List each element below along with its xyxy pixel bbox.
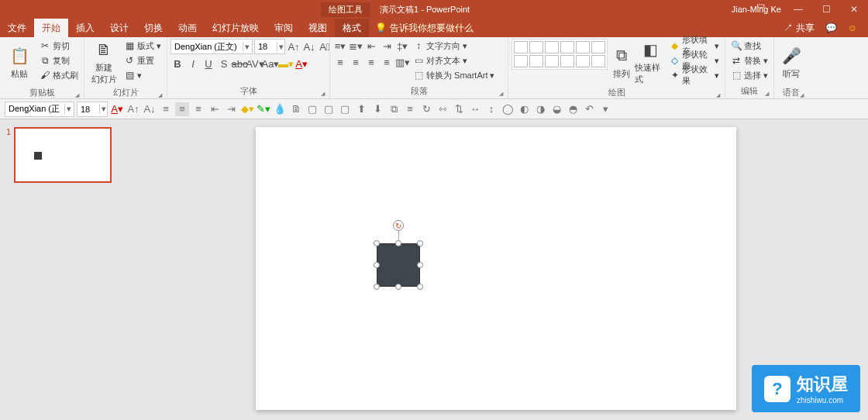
comments-icon[interactable]: 💬 xyxy=(825,22,837,33)
replace-button[interactable]: ⇄替换 ▾ xyxy=(728,53,770,67)
ribbon-display-icon[interactable]: ▭ xyxy=(756,0,784,19)
columns-button[interactable]: ▥▾ xyxy=(395,55,409,69)
section-button[interactable]: ▤▾ xyxy=(122,68,164,82)
share-button[interactable]: ↗ 共享 xyxy=(784,22,814,35)
decrease-font-icon[interactable]: A↓ xyxy=(302,40,316,53)
italic-button[interactable]: I xyxy=(186,57,200,71)
font-size-combo[interactable]: ▾ xyxy=(254,39,285,54)
thumbnail-preview[interactable] xyxy=(14,127,112,183)
numbering-button[interactable]: ≣▾ xyxy=(349,39,363,53)
strikethrough-button[interactable]: abc xyxy=(232,57,246,71)
maximize-button[interactable]: ☐ xyxy=(812,0,840,19)
align-center-button[interactable]: ≡ xyxy=(349,55,363,69)
qat-intersect[interactable]: ◒ xyxy=(549,102,563,116)
smiley-icon[interactable]: ☺ xyxy=(848,22,857,33)
qat-bring-front[interactable]: ⬆ xyxy=(354,102,368,116)
cut-button[interactable]: ✂剪切 xyxy=(37,39,81,53)
justify-button[interactable]: ≡ xyxy=(380,55,394,69)
thumbnail-item[interactable]: 1 xyxy=(6,127,118,183)
qat-indent-inc[interactable]: ⇥ xyxy=(224,102,238,116)
slide-thumbnails-pane[interactable]: 1 xyxy=(0,119,124,420)
layout-button[interactable]: ▦版式 ▾ xyxy=(122,39,164,53)
qat-box3[interactable]: ▢ xyxy=(338,102,352,116)
copy-button[interactable]: ⧉复制 xyxy=(37,53,81,67)
qat-fill[interactable]: ◆▾ xyxy=(240,102,254,116)
qat-font-color[interactable]: A▾ xyxy=(110,102,124,116)
bold-button[interactable]: B xyxy=(170,57,184,71)
change-case-button[interactable]: Aa▾ xyxy=(264,57,277,71)
tab-format[interactable]: 格式 xyxy=(335,19,369,37)
qat-new[interactable]: 🗎 xyxy=(289,102,303,116)
reset-button[interactable]: ↺重置 xyxy=(122,53,164,67)
shapes-gallery[interactable] xyxy=(512,39,608,70)
qat-box2[interactable]: ▢ xyxy=(322,102,336,116)
align-left-button[interactable]: ≡ xyxy=(333,55,347,69)
tab-home[interactable]: 开始 xyxy=(34,19,68,37)
increase-indent-button[interactable]: ⇥ xyxy=(380,39,394,53)
qat-combine[interactable]: ◐ xyxy=(517,102,531,116)
quick-styles-button[interactable]: ◧快速样式 xyxy=(635,39,666,85)
qat-outline[interactable]: ✎▾ xyxy=(257,102,270,116)
qat-align[interactable]: ≡ xyxy=(403,102,417,116)
shadow-button[interactable]: S xyxy=(217,57,231,71)
highlight-button[interactable]: ▬▾ xyxy=(279,57,293,71)
qat-fragment[interactable]: ◓ xyxy=(566,102,580,116)
qat-align-left[interactable]: ≡ xyxy=(159,102,173,116)
qat-size-combo[interactable]: ▾ xyxy=(77,102,108,117)
paste-button[interactable]: 📋 粘贴 xyxy=(3,39,36,85)
tab-slideshow[interactable]: 幻灯片放映 xyxy=(205,19,267,37)
tab-file[interactable]: 文件 xyxy=(0,19,34,37)
qat-more[interactable]: ▾ xyxy=(598,102,612,116)
rectangle-shape[interactable] xyxy=(377,243,420,287)
resize-handle-tr[interactable] xyxy=(417,240,423,246)
find-button[interactable]: 🔍查找 xyxy=(728,39,770,53)
qat-grow-font[interactable]: A↑ xyxy=(126,102,140,116)
convert-smartart-button[interactable]: ⬚转换为 SmartArt ▾ xyxy=(411,68,497,82)
qat-shrink-font[interactable]: A↓ xyxy=(143,102,157,116)
tab-transitions[interactable]: 切换 xyxy=(136,19,170,37)
decrease-indent-button[interactable]: ⇤ xyxy=(364,39,378,53)
select-button[interactable]: ⬚选择 ▾ xyxy=(728,68,770,82)
font-name-input[interactable] xyxy=(171,42,243,51)
qat-send-back[interactable]: ⬇ xyxy=(370,102,384,116)
shape-effects-button[interactable]: ✦形状效果 ▾ xyxy=(667,68,722,82)
close-button[interactable]: ✕ xyxy=(840,0,868,19)
qat-font-combo[interactable]: ▾ xyxy=(5,102,74,117)
tab-view[interactable]: 视图 xyxy=(301,19,335,37)
tell-me[interactable]: 💡 告诉我你想要做什么 xyxy=(369,19,480,37)
resize-handle-br[interactable] xyxy=(417,284,423,290)
resize-handle-r[interactable] xyxy=(417,262,423,268)
qat-eyedropper[interactable]: 💧 xyxy=(273,102,287,116)
increase-font-icon[interactable]: A↑ xyxy=(287,40,301,53)
resize-handle-t[interactable] xyxy=(395,240,401,246)
new-slide-button[interactable]: 🗎 新建 幻灯片 xyxy=(88,39,120,85)
resize-handle-bl[interactable] xyxy=(374,284,380,290)
align-text-button[interactable]: ▭对齐文本 ▾ xyxy=(411,53,497,67)
qat-dist-h[interactable]: ⇿ xyxy=(436,102,450,116)
line-spacing-button[interactable]: ‡▾ xyxy=(395,39,409,53)
resize-handle-l[interactable] xyxy=(374,262,380,268)
underline-button[interactable]: U xyxy=(202,57,215,71)
qat-group[interactable]: ⧉ xyxy=(387,102,401,116)
qat-box1[interactable]: ▢ xyxy=(305,102,319,116)
qat-merge[interactable]: ◯ xyxy=(501,102,515,116)
qat-width[interactable]: ↔ xyxy=(468,102,482,116)
align-right-button[interactable]: ≡ xyxy=(364,55,378,69)
bullets-button[interactable]: ≡▾ xyxy=(333,39,347,53)
dictate-button[interactable]: 🎤听写 xyxy=(777,39,805,85)
minimize-button[interactable]: — xyxy=(784,0,812,19)
rotate-handle[interactable]: ↻ xyxy=(393,220,404,231)
tab-review[interactable]: 审阅 xyxy=(267,19,301,37)
font-name-combo[interactable]: ▾ xyxy=(170,39,253,54)
qat-align-right[interactable]: ≡ xyxy=(191,102,205,116)
qat-subtract[interactable]: ◑ xyxy=(533,102,547,116)
text-direction-button[interactable]: ↕文字方向 ▾ xyxy=(411,39,497,53)
tab-design[interactable]: 设计 xyxy=(102,19,136,37)
selected-shape[interactable]: ↻ xyxy=(377,243,420,287)
qat-undo[interactable]: ↶ xyxy=(582,102,596,116)
tab-insert[interactable]: 插入 xyxy=(68,19,102,37)
qat-rotate[interactable]: ↻ xyxy=(419,102,433,116)
char-spacing-button[interactable]: AV▾ xyxy=(248,57,262,71)
format-painter-button[interactable]: 🖌格式刷 xyxy=(37,68,81,82)
qat-align-center[interactable]: ≡ xyxy=(175,102,189,116)
